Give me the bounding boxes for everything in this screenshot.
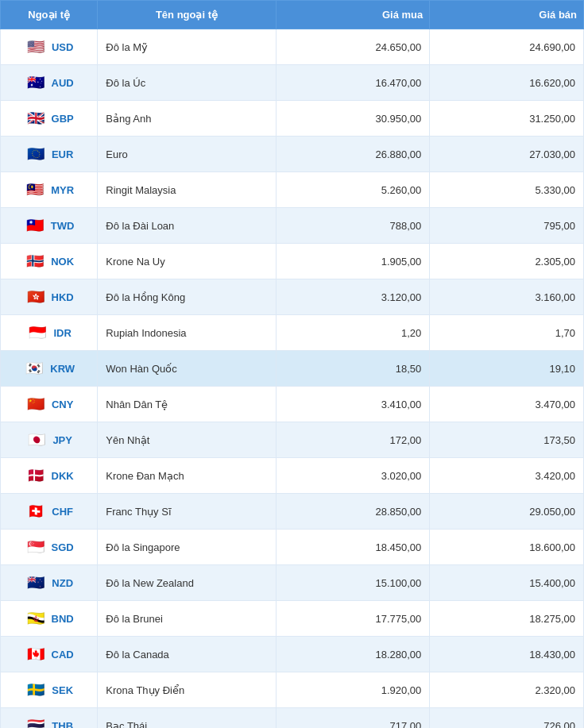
currency-buy-cell: 15.100,00 bbox=[276, 565, 430, 601]
flag-icon: 🇲🇾 bbox=[24, 179, 46, 201]
currency-sell-cell: 726,00 bbox=[430, 708, 584, 729]
currency-sell-cell: 27.030,00 bbox=[430, 137, 584, 172]
flag-code-group: 🇸🇪 SEK bbox=[9, 679, 89, 701]
flag-icon: 🇩🇰 bbox=[25, 464, 47, 487]
table-row: 🇪🇺 EUR Euro26.880,0027.030,00 bbox=[1, 137, 584, 172]
flag-icon: 🇨🇳 bbox=[25, 393, 47, 415]
flag-code-group: 🇲🇾 MYR bbox=[9, 179, 89, 201]
currency-sell-cell: 2.320,00 bbox=[430, 672, 584, 708]
currency-buy-cell: 1,20 bbox=[276, 315, 430, 351]
currency-sell-cell: 29.050,00 bbox=[430, 494, 584, 530]
currency-sell-cell: 24.690,00 bbox=[430, 29, 584, 65]
flag-icon: 🇰🇷 bbox=[23, 357, 45, 379]
flag-icon: 🇦🇺 bbox=[25, 71, 47, 94]
table-row: 🇲🇾 MYR Ringit Malaysia5.260,005.330,00 bbox=[1, 172, 584, 208]
currency-code-cell: 🇰🇷 KRW bbox=[1, 351, 98, 387]
header-name: Tên ngoại tệ bbox=[98, 1, 276, 29]
currency-sell-cell: 3.470,00 bbox=[430, 387, 584, 422]
flag-icon: 🇺🇸 bbox=[25, 36, 47, 58]
currency-sell-cell: 5.330,00 bbox=[430, 172, 584, 208]
currency-name-cell: Krone Đan Mạch bbox=[98, 458, 276, 494]
flag-code-group: 🇸🇬 SGD bbox=[9, 536, 89, 558]
currency-code-cell: 🇯🇵 JPY bbox=[1, 422, 98, 458]
flag-code-group: 🇰🇷 KRW bbox=[9, 357, 89, 379]
currency-buy-cell: 3.120,00 bbox=[276, 279, 430, 315]
currency-name-cell: Đô la Đài Loan bbox=[98, 208, 276, 244]
currency-name-cell: Krona Thụy Điển bbox=[98, 672, 276, 708]
table-row: 🇨🇭 CHF Franc Thụy Sĩ28.850,0029.050,00 bbox=[1, 494, 584, 530]
currency-buy-cell: 3.410,00 bbox=[276, 387, 430, 422]
table-row: 🇸🇪 SEK Krona Thụy Điển1.920,002.320,00 bbox=[1, 672, 584, 708]
currency-buy-cell: 30.950,00 bbox=[276, 101, 430, 137]
currency-name-cell: Ringit Malaysia bbox=[98, 172, 276, 208]
currency-code-cell: 🇨🇦 CAD bbox=[1, 637, 98, 672]
currency-name-cell: Franc Thụy Sĩ bbox=[98, 494, 276, 530]
currency-buy-cell: 1.920,00 bbox=[276, 672, 430, 708]
flag-code-group: 🇨🇳 CNY bbox=[9, 393, 89, 415]
currency-sell-cell: 15.400,00 bbox=[430, 565, 584, 601]
currency-code-label: AUD bbox=[52, 77, 74, 89]
currency-name-cell: Yên Nhật bbox=[98, 422, 276, 458]
flag-icon: 🇳🇿 bbox=[25, 572, 47, 594]
flag-code-group: 🇭🇰 HKD bbox=[9, 286, 89, 308]
currency-name-cell: Nhân Dân Tệ bbox=[98, 387, 276, 422]
flag-code-group: 🇳🇴 NOK bbox=[9, 250, 89, 272]
currency-code-label: KRW bbox=[50, 363, 75, 375]
flag-icon: 🇹🇼 bbox=[24, 214, 46, 237]
header-sell: Giá bán bbox=[430, 1, 584, 29]
currency-name-cell: Đô la Canada bbox=[98, 637, 276, 672]
currency-code-cell: 🇨🇭 CHF bbox=[1, 494, 98, 530]
currency-sell-cell: 31.250,00 bbox=[430, 101, 584, 137]
currency-code-cell: 🇮🇩 IDR bbox=[1, 315, 98, 351]
table-row: 🇺🇸 USD Đô la Mỹ24.650,0024.690,00 bbox=[1, 29, 584, 65]
currency-code-label: CAD bbox=[52, 649, 74, 661]
currency-code-cell: 🇳🇴 NOK bbox=[1, 244, 98, 279]
currency-code-cell: 🇩🇰 DKK bbox=[1, 458, 98, 494]
currency-code-label: GBP bbox=[52, 113, 74, 125]
currency-buy-cell: 788,00 bbox=[276, 208, 430, 244]
currency-code-cell: 🇹🇼 TWD bbox=[1, 208, 98, 244]
currency-sell-cell: 795,00 bbox=[430, 208, 584, 244]
currency-code-cell: 🇭🇰 HKD bbox=[1, 279, 98, 315]
currency-code-label: BND bbox=[52, 613, 74, 625]
flag-code-group: 🇹🇼 TWD bbox=[9, 214, 89, 237]
currency-code-cell: 🇸🇪 SEK bbox=[1, 672, 98, 708]
table-row: 🇹🇼 TWD Đô la Đài Loan788,00795,00 bbox=[1, 208, 584, 244]
flag-code-group: 🇦🇺 AUD bbox=[9, 71, 89, 94]
currency-buy-cell: 1.905,00 bbox=[276, 244, 430, 279]
table-row: 🇳🇿 NZD Đô la New Zealand15.100,0015.400,… bbox=[1, 565, 584, 601]
flag-code-group: 🇨🇦 CAD bbox=[9, 643, 89, 665]
flag-icon: 🇸🇬 bbox=[25, 536, 47, 558]
currency-buy-cell: 5.260,00 bbox=[276, 172, 430, 208]
currency-code-label: DKK bbox=[52, 470, 74, 482]
currency-code-label: IDR bbox=[53, 327, 71, 339]
currency-code-cell: 🇬🇧 GBP bbox=[1, 101, 98, 137]
header-code: Ngoại tệ bbox=[1, 1, 98, 29]
currency-buy-cell: 24.650,00 bbox=[276, 29, 430, 65]
currency-code-label: TWD bbox=[51, 220, 75, 232]
currency-sell-cell: 16.620,00 bbox=[430, 65, 584, 101]
currency-code-label: SEK bbox=[52, 684, 73, 696]
currency-name-cell: Đô la New Zealand bbox=[98, 565, 276, 601]
flag-code-group: 🇹🇭 THB bbox=[9, 715, 89, 728]
table-row: 🇮🇩 IDR Rupiah Indonesia1,201,70 bbox=[1, 315, 584, 351]
currency-code-label: SGD bbox=[52, 541, 74, 553]
flag-icon: 🇭🇰 bbox=[25, 286, 47, 308]
flag-code-group: 🇬🇧 GBP bbox=[9, 107, 89, 129]
flag-code-group: 🇯🇵 JPY bbox=[9, 429, 89, 451]
currency-name-cell: Đô la Singapore bbox=[98, 530, 276, 565]
currency-buy-cell: 28.850,00 bbox=[276, 494, 430, 530]
currency-table-wrapper: Ngoại tệ Tên ngoại tệ Giá mua Giá bán 🇺🇸… bbox=[0, 0, 584, 728]
currency-name-cell: Đô la Úc bbox=[98, 65, 276, 101]
currency-code-label: EUR bbox=[52, 148, 73, 160]
currency-code-label: MYR bbox=[51, 184, 74, 196]
flag-icon: 🇨🇭 bbox=[25, 500, 47, 522]
currency-code-label: CHF bbox=[52, 506, 73, 518]
currency-name-cell: Krone Na Uy bbox=[98, 244, 276, 279]
currency-code-label: USD bbox=[52, 41, 73, 53]
currency-code-label: JPY bbox=[52, 434, 72, 446]
currency-sell-cell: 1,70 bbox=[430, 315, 584, 351]
table-row: 🇯🇵 JPY Yên Nhật172,00173,50 bbox=[1, 422, 584, 458]
currency-code-cell: 🇨🇳 CNY bbox=[1, 387, 98, 422]
currency-code-cell: 🇺🇸 USD bbox=[1, 29, 98, 65]
